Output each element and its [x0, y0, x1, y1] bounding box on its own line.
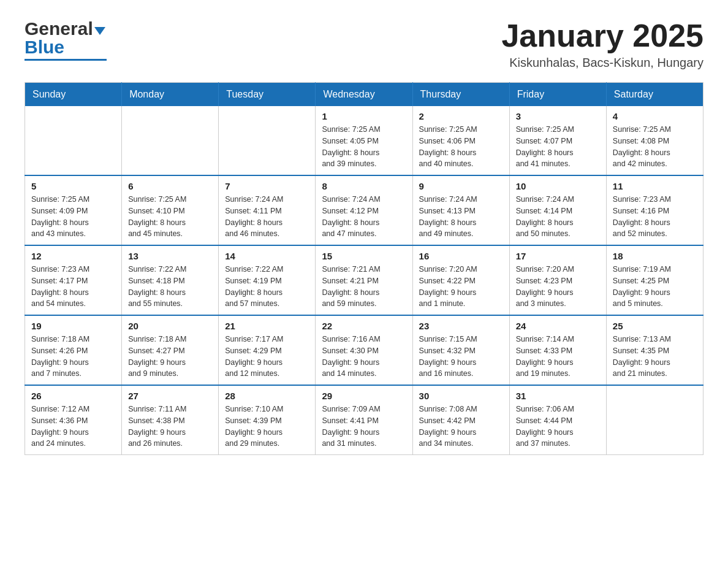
day-of-week-tuesday: Tuesday [219, 83, 316, 107]
calendar-cell: 15Sunrise: 7:21 AM Sunset: 4:21 PM Dayli… [316, 245, 412, 315]
calendar-cell: 27Sunrise: 7:11 AM Sunset: 4:38 PM Dayli… [122, 385, 219, 455]
calendar-cell: 16Sunrise: 7:20 AM Sunset: 4:22 PM Dayli… [412, 245, 509, 315]
day-number: 9 [419, 181, 503, 191]
day-info: Sunrise: 7:22 AM Sunset: 4:19 PM Dayligh… [225, 264, 309, 310]
day-of-week-thursday: Thursday [412, 83, 509, 107]
day-number: 30 [419, 391, 503, 401]
calendar-cell [25, 106, 122, 175]
day-info: Sunrise: 7:15 AM Sunset: 4:32 PM Dayligh… [419, 334, 503, 380]
day-info: Sunrise: 7:25 AM Sunset: 4:10 PM Dayligh… [128, 194, 212, 240]
calendar-cell: 9Sunrise: 7:24 AM Sunset: 4:13 PM Daylig… [412, 175, 509, 245]
calendar-header: SundayMondayTuesdayWednesdayThursdayFrid… [25, 83, 703, 107]
day-number: 14 [225, 251, 309, 261]
day-number: 19 [31, 321, 115, 331]
day-info: Sunrise: 7:24 AM Sunset: 4:11 PM Dayligh… [225, 194, 309, 240]
calendar-cell: 30Sunrise: 7:08 AM Sunset: 4:42 PM Dayli… [412, 385, 509, 455]
day-info: Sunrise: 7:16 AM Sunset: 4:30 PM Dayligh… [322, 334, 406, 380]
day-info: Sunrise: 7:06 AM Sunset: 4:44 PM Dayligh… [516, 404, 600, 450]
calendar-cell: 1Sunrise: 7:25 AM Sunset: 4:05 PM Daylig… [316, 106, 412, 175]
calendar-cell: 19Sunrise: 7:18 AM Sunset: 4:26 PM Dayli… [25, 315, 122, 385]
day-number: 12 [31, 251, 115, 261]
day-info: Sunrise: 7:22 AM Sunset: 4:18 PM Dayligh… [128, 264, 212, 310]
day-number: 29 [322, 391, 406, 401]
logo-general: General [25, 18, 93, 39]
calendar-cell: 7Sunrise: 7:24 AM Sunset: 4:11 PM Daylig… [219, 175, 316, 245]
day-info: Sunrise: 7:09 AM Sunset: 4:41 PM Dayligh… [322, 404, 406, 450]
week-row-3: 12Sunrise: 7:23 AM Sunset: 4:17 PM Dayli… [25, 245, 703, 315]
day-number: 17 [516, 251, 600, 261]
day-of-week-friday: Friday [509, 83, 606, 107]
week-row-2: 5Sunrise: 7:25 AM Sunset: 4:09 PM Daylig… [25, 175, 703, 245]
main-title: January 2025 [501, 18, 703, 53]
day-info: Sunrise: 7:25 AM Sunset: 4:06 PM Dayligh… [419, 124, 503, 170]
calendar-table: SundayMondayTuesdayWednesdayThursdayFrid… [25, 82, 703, 455]
calendar-cell [122, 106, 219, 175]
day-number: 15 [322, 251, 406, 261]
day-info: Sunrise: 7:11 AM Sunset: 4:38 PM Dayligh… [128, 404, 212, 450]
day-info: Sunrise: 7:18 AM Sunset: 4:26 PM Dayligh… [31, 334, 115, 380]
calendar-cell: 24Sunrise: 7:14 AM Sunset: 4:33 PM Dayli… [509, 315, 606, 385]
week-row-4: 19Sunrise: 7:18 AM Sunset: 4:26 PM Dayli… [25, 315, 703, 385]
day-number: 24 [516, 321, 600, 331]
day-number: 20 [128, 321, 212, 331]
day-info: Sunrise: 7:20 AM Sunset: 4:22 PM Dayligh… [419, 264, 503, 310]
day-info: Sunrise: 7:17 AM Sunset: 4:29 PM Dayligh… [225, 334, 309, 380]
day-info: Sunrise: 7:21 AM Sunset: 4:21 PM Dayligh… [322, 264, 406, 310]
subtitle: Kiskunhalas, Bacs-Kiskun, Hungary [501, 56, 703, 70]
day-number: 25 [613, 321, 697, 331]
day-number: 7 [225, 181, 309, 191]
calendar-cell [219, 106, 316, 175]
calendar-cell: 6Sunrise: 7:25 AM Sunset: 4:10 PM Daylig… [122, 175, 219, 245]
day-info: Sunrise: 7:18 AM Sunset: 4:27 PM Dayligh… [128, 334, 212, 380]
page-header: General Blue January 2025 Kiskunhalas, B… [25, 18, 703, 70]
calendar-cell: 13Sunrise: 7:22 AM Sunset: 4:18 PM Dayli… [122, 245, 219, 315]
day-info: Sunrise: 7:23 AM Sunset: 4:16 PM Dayligh… [613, 194, 697, 240]
day-info: Sunrise: 7:24 AM Sunset: 4:12 PM Dayligh… [322, 194, 406, 240]
day-info: Sunrise: 7:25 AM Sunset: 4:09 PM Dayligh… [31, 194, 115, 240]
calendar-cell [606, 385, 703, 455]
calendar-cell: 17Sunrise: 7:20 AM Sunset: 4:23 PM Dayli… [509, 245, 606, 315]
day-info: Sunrise: 7:24 AM Sunset: 4:14 PM Dayligh… [516, 194, 600, 240]
calendar-cell: 12Sunrise: 7:23 AM Sunset: 4:17 PM Dayli… [25, 245, 122, 315]
day-number: 26 [31, 391, 115, 401]
calendar-cell: 18Sunrise: 7:19 AM Sunset: 4:25 PM Dayli… [606, 245, 703, 315]
logo-triangle-icon [94, 27, 105, 35]
calendar-cell: 8Sunrise: 7:24 AM Sunset: 4:12 PM Daylig… [316, 175, 412, 245]
day-number: 11 [613, 181, 697, 191]
calendar-cell: 21Sunrise: 7:17 AM Sunset: 4:29 PM Dayli… [219, 315, 316, 385]
day-number: 3 [516, 111, 600, 121]
day-number: 6 [128, 181, 212, 191]
day-number: 21 [225, 321, 309, 331]
day-info: Sunrise: 7:25 AM Sunset: 4:08 PM Dayligh… [613, 124, 697, 170]
week-row-5: 26Sunrise: 7:12 AM Sunset: 4:36 PM Dayli… [25, 385, 703, 455]
calendar-cell: 20Sunrise: 7:18 AM Sunset: 4:27 PM Dayli… [122, 315, 219, 385]
calendar-cell: 4Sunrise: 7:25 AM Sunset: 4:08 PM Daylig… [606, 106, 703, 175]
calendar-cell: 28Sunrise: 7:10 AM Sunset: 4:39 PM Dayli… [219, 385, 316, 455]
day-info: Sunrise: 7:25 AM Sunset: 4:05 PM Dayligh… [322, 124, 406, 170]
calendar-cell: 22Sunrise: 7:16 AM Sunset: 4:30 PM Dayli… [316, 315, 412, 385]
title-section: January 2025 Kiskunhalas, Bacs-Kiskun, H… [501, 18, 703, 70]
day-info: Sunrise: 7:19 AM Sunset: 4:25 PM Dayligh… [613, 264, 697, 310]
day-info: Sunrise: 7:08 AM Sunset: 4:42 PM Dayligh… [419, 404, 503, 450]
day-info: Sunrise: 7:20 AM Sunset: 4:23 PM Dayligh… [516, 264, 600, 310]
day-number: 22 [322, 321, 406, 331]
day-number: 13 [128, 251, 212, 261]
day-info: Sunrise: 7:13 AM Sunset: 4:35 PM Dayligh… [613, 334, 697, 380]
day-info: Sunrise: 7:23 AM Sunset: 4:17 PM Dayligh… [31, 264, 115, 310]
day-number: 8 [322, 181, 406, 191]
day-number: 31 [516, 391, 600, 401]
calendar-cell: 3Sunrise: 7:25 AM Sunset: 4:07 PM Daylig… [509, 106, 606, 175]
day-number: 28 [225, 391, 309, 401]
calendar-cell: 11Sunrise: 7:23 AM Sunset: 4:16 PM Dayli… [606, 175, 703, 245]
day-info: Sunrise: 7:12 AM Sunset: 4:36 PM Dayligh… [31, 404, 115, 450]
day-number: 2 [419, 111, 503, 121]
logo: General Blue [25, 18, 107, 61]
logo-underline [25, 59, 107, 61]
day-of-week-wednesday: Wednesday [316, 83, 412, 107]
calendar-cell: 2Sunrise: 7:25 AM Sunset: 4:06 PM Daylig… [412, 106, 509, 175]
calendar-cell: 10Sunrise: 7:24 AM Sunset: 4:14 PM Dayli… [509, 175, 606, 245]
day-number: 10 [516, 181, 600, 191]
day-of-week-saturday: Saturday [606, 83, 703, 107]
day-number: 27 [128, 391, 212, 401]
calendar-cell: 26Sunrise: 7:12 AM Sunset: 4:36 PM Dayli… [25, 385, 122, 455]
